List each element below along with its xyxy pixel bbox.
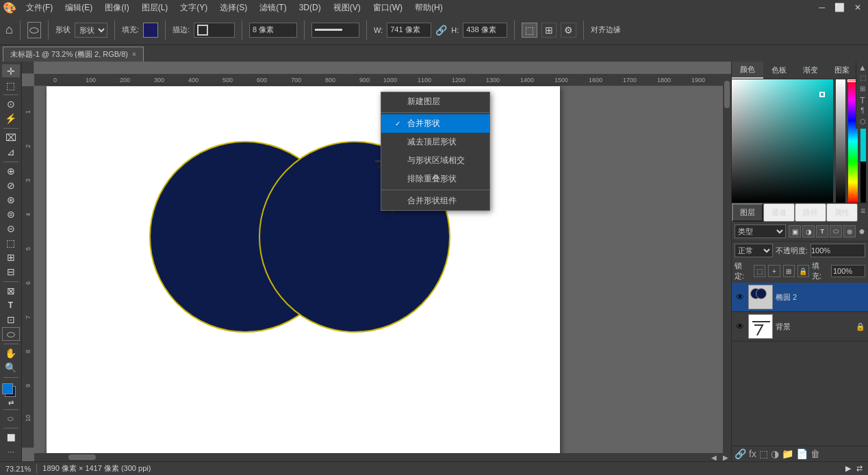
screen-mode-btn[interactable]: ⬜ xyxy=(2,431,20,444)
menu-type[interactable]: 文字(Y) xyxy=(175,1,213,15)
dropdown-item-merge-components[interactable]: 合并形状组件 xyxy=(381,192,489,210)
clone-tool[interactable]: ⊛ xyxy=(2,193,20,206)
restore-btn[interactable]: ⬜ xyxy=(830,3,849,12)
hscroll-thumb[interactable] xyxy=(68,454,96,460)
home-icon[interactable]: ⌂ xyxy=(5,23,13,37)
blur-tool[interactable]: ⊞ xyxy=(2,251,20,264)
brush-tool[interactable]: ⊘ xyxy=(2,179,20,192)
layer-item-ellipse2[interactable]: 👁 椭圆 2 xyxy=(732,283,868,312)
pen-tool[interactable]: ⊠ xyxy=(2,284,20,297)
fg-bg-colors[interactable] xyxy=(2,383,20,396)
menu-3d[interactable]: 3D(D) xyxy=(294,1,327,14)
w-input[interactable] xyxy=(387,23,431,38)
healing-tool[interactable]: ⊕ xyxy=(2,164,20,177)
new-group-btn[interactable]: 📁 xyxy=(782,448,793,459)
menu-help[interactable]: 帮助(H) xyxy=(409,1,448,15)
dropdown-item-new-layer[interactable]: 新建图层 xyxy=(381,92,489,111)
path-combine-btn[interactable]: ⬚ xyxy=(522,23,537,38)
filter-type-btn[interactable]: T xyxy=(816,225,828,238)
filter-pixel-btn[interactable]: ▣ xyxy=(789,225,801,238)
horizontal-scrollbar[interactable]: ◀ ▶ xyxy=(34,453,731,461)
link-dimensions-icon[interactable]: 🔗 xyxy=(435,25,447,36)
menu-file[interactable]: 文件(F) xyxy=(21,1,58,15)
path-arrange-btn[interactable]: ⚙ xyxy=(561,23,576,38)
eyedropper-tool[interactable]: ⊿ xyxy=(2,146,20,159)
filter-adjust-btn[interactable]: ◑ xyxy=(802,225,815,238)
eraser-tool[interactable]: ⊝ xyxy=(2,222,20,235)
add-mask-btn[interactable]: ⬚ xyxy=(759,448,768,459)
tab-color[interactable]: 颜色 xyxy=(732,62,763,79)
selection-tool[interactable]: ⬚ xyxy=(2,79,20,92)
magic-wand-tool[interactable]: ⚡ xyxy=(2,112,20,125)
menu-layer[interactable]: 图层(L) xyxy=(136,1,174,15)
type-tool[interactable]: T xyxy=(2,298,20,311)
tab-properties[interactable]: 属性 xyxy=(826,203,858,222)
add-style-btn[interactable]: fx xyxy=(749,448,756,459)
foreground-color[interactable] xyxy=(2,383,13,394)
lock-position-btn[interactable]: + xyxy=(768,265,780,277)
menu-edit[interactable]: 编辑(E) xyxy=(60,1,98,15)
layer-visibility-ellipse2[interactable]: 👁 xyxy=(735,292,745,303)
ellipse-tool-icon[interactable]: ⬭ xyxy=(27,22,41,38)
color-picker-area[interactable] xyxy=(732,79,868,203)
dropdown-item-exclude[interactable]: 排除重叠形状 xyxy=(381,170,489,188)
vscroll-thumb[interactable] xyxy=(724,81,730,108)
close-btn[interactable]: ✕ xyxy=(850,3,865,12)
filter-type-select[interactable]: 类型 xyxy=(735,224,786,238)
gradient-tool[interactable]: ⬚ xyxy=(2,237,20,250)
layers-panel-options[interactable]: ≡ xyxy=(858,203,868,222)
delete-layer-btn[interactable]: 🗑 xyxy=(810,448,820,459)
brightness-bar[interactable] xyxy=(836,79,845,203)
tab-gradients[interactable]: 渐变 xyxy=(795,62,826,79)
link-layers-btn[interactable]: 🔗 xyxy=(735,448,746,459)
scroll-next-btn[interactable]: ▶ xyxy=(720,454,731,461)
tab-swatches[interactable]: 色板 xyxy=(763,62,795,79)
dropdown-item-merge-shape[interactable]: ✓ 合并形状 xyxy=(381,114,489,133)
layer-visibility-background[interactable]: 👁 xyxy=(735,321,745,332)
menu-window[interactable]: 窗口(W) xyxy=(368,1,408,15)
stroke-style-picker[interactable] xyxy=(311,23,359,38)
menu-image[interactable]: 图像(I) xyxy=(99,1,134,15)
tab-paths[interactable]: 路径 xyxy=(795,203,826,222)
lock-pixel-btn[interactable]: ⬚ xyxy=(754,265,765,277)
new-fill-adj-btn[interactable]: ◑ xyxy=(771,448,779,459)
filter-smart-btn[interactable]: ⊕ xyxy=(843,225,856,238)
fill-input[interactable] xyxy=(831,265,865,277)
dodge-tool[interactable]: ⊟ xyxy=(2,266,20,279)
menu-view[interactable]: 视图(V) xyxy=(328,1,366,15)
mini-tool-5[interactable]: ¶ xyxy=(858,107,867,116)
document-tab[interactable]: 未标题-1 @ 73.2% (椭圆 2, RGB/8) × xyxy=(3,47,144,62)
scroll-prev-btn[interactable]: ◀ xyxy=(709,454,719,461)
opacity-input[interactable] xyxy=(810,244,865,257)
extra-tools-btn[interactable]: ⋯ xyxy=(2,446,20,459)
stroke-color-picker[interactable] xyxy=(194,23,235,38)
new-layer-btn[interactable]: 📄 xyxy=(796,448,808,459)
mini-tool-4[interactable]: T xyxy=(858,96,867,105)
history-brush-tool[interactable]: ⊜ xyxy=(2,207,20,220)
vertical-scrollbar[interactable] xyxy=(723,74,731,453)
tab-close-btn[interactable]: × xyxy=(132,51,136,58)
dropdown-item-subtract[interactable]: 减去顶层形状 xyxy=(381,133,489,151)
timeline-btn[interactable]: ▶ xyxy=(845,464,851,473)
tab-layers[interactable]: 图层 xyxy=(732,203,763,222)
minimize-btn[interactable]: ─ xyxy=(815,3,829,12)
dropdown-item-intersect[interactable]: 与形状区域相交 xyxy=(381,151,489,170)
zoom-tool[interactable]: 🔍 xyxy=(2,361,20,374)
quick-mask-tool[interactable]: ⬭ xyxy=(2,412,20,425)
color-saturation-brightness[interactable] xyxy=(732,79,833,203)
toggle-colors[interactable]: ⇄ xyxy=(8,399,14,407)
lock-all-btn[interactable]: 🔒 xyxy=(797,265,809,277)
shape-tool[interactable]: ⬭ xyxy=(2,327,20,341)
mini-tool-2[interactable]: ⬚ xyxy=(858,74,867,84)
tab-channels[interactable]: 通道 xyxy=(763,203,795,222)
fill-color-swatch[interactable] xyxy=(143,23,158,38)
menu-filter[interactable]: 滤镜(T) xyxy=(254,1,292,15)
tab-patterns[interactable]: 图案 xyxy=(826,62,858,79)
h-input[interactable] xyxy=(463,23,507,38)
path-select-tool[interactable]: ⊡ xyxy=(2,313,20,326)
mini-tool-1[interactable]: ▲ xyxy=(858,63,867,73)
menu-select[interactable]: 选择(S) xyxy=(214,1,253,15)
crop-tool[interactable]: ⌧ xyxy=(2,131,20,144)
lasso-tool[interactable]: ⊙ xyxy=(2,98,20,111)
hand-tool[interactable]: ✋ xyxy=(2,347,20,360)
